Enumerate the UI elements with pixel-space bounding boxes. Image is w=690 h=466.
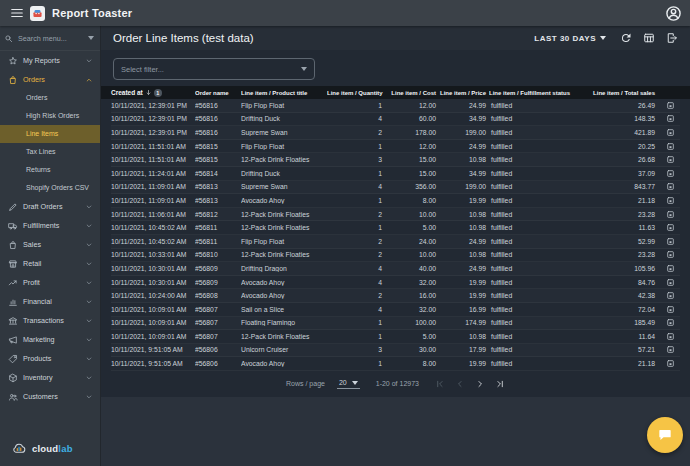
- sidebar-subitem-tax-lines[interactable]: Tax Lines: [0, 143, 100, 161]
- filter-placeholder: Select filter...: [121, 65, 164, 74]
- cell-total-sales: 148.35: [583, 115, 658, 122]
- filter-select[interactable]: Select filter...: [113, 58, 315, 80]
- sidebar-subitem-line-items[interactable]: Line Items: [0, 125, 100, 143]
- people-icon: [8, 392, 18, 402]
- cell-created-at: 10/11/2021, 10:45:02 AM: [111, 238, 195, 245]
- column-header-price[interactable]: Line item / Price: [439, 90, 489, 96]
- table-view-button[interactable]: [643, 32, 655, 44]
- open-record-button[interactable]: [666, 210, 675, 219]
- sidebar-item-fulfillments[interactable]: Fulfillments: [0, 216, 100, 235]
- open-record-button[interactable]: [666, 237, 675, 246]
- sidebar-item-financial[interactable]: Financial: [0, 292, 100, 311]
- open-record-button[interactable]: [666, 264, 675, 273]
- prev-page-button[interactable]: [455, 379, 465, 389]
- open-record-button[interactable]: [666, 142, 675, 151]
- cell-created-at: 10/11/2021, 11:09:01 AM: [111, 197, 195, 204]
- export-button[interactable]: [666, 32, 678, 44]
- column-header-quantity[interactable]: Line item / Quantity: [327, 90, 385, 96]
- cell-quantity: 1: [327, 360, 385, 367]
- sidebar-subitem-high-risk-orders[interactable]: High Risk Orders: [0, 107, 100, 125]
- table-row: 10/11/2021, 10:24:00 AM#56808Avocado Aho…: [111, 289, 680, 303]
- sidebar-item-inventory[interactable]: Inventory: [0, 368, 100, 387]
- open-record-button[interactable]: [666, 332, 675, 341]
- sidebar-subitem-shopify-orders-csv[interactable]: Shopify Orders CSV: [0, 179, 100, 197]
- column-header-product-title[interactable]: Line item / Product title: [241, 90, 327, 96]
- cell-fulfillment-status: fulfilled: [489, 238, 583, 245]
- open-record-button[interactable]: [666, 223, 675, 232]
- sidebar-subitem-orders[interactable]: Orders: [0, 89, 100, 107]
- column-header-total-sales[interactable]: Line item / Total sales: [583, 90, 658, 96]
- open-record-button[interactable]: [666, 182, 675, 191]
- cell-product-title: Flip Flop Float: [241, 238, 327, 245]
- chevron-down-icon: [85, 393, 93, 401]
- cell-product-title: Avocado Ahoy: [241, 279, 327, 286]
- open-record-button[interactable]: [666, 278, 675, 287]
- last-page-button[interactable]: [495, 379, 505, 389]
- first-page-button[interactable]: [435, 379, 445, 389]
- cell-fulfillment-status: fulfilled: [489, 346, 583, 353]
- table-row: 10/11/2021, 10:45:02 AM#56811Flip Flop F…: [111, 235, 680, 249]
- open-record-button[interactable]: [666, 128, 675, 137]
- bank-icon: [8, 316, 18, 326]
- bag-icon: [8, 75, 18, 85]
- open-record-button[interactable]: [666, 359, 675, 368]
- sidebar-item-my-reports[interactable]: My Reports: [0, 51, 100, 70]
- account-icon[interactable]: [665, 5, 682, 22]
- table-row: 10/11/2021, 10:09:01 AM#56807Floating Fl…: [111, 317, 680, 331]
- table-row: 10/11/2021, 12:39:01 PM#56816Drifting Du…: [111, 113, 680, 127]
- refresh-button[interactable]: [620, 32, 632, 44]
- column-label: Created at: [111, 89, 143, 96]
- open-record-button[interactable]: [666, 101, 675, 110]
- search-input[interactable]: [16, 33, 85, 44]
- cell-total-sales: 84.76: [583, 279, 658, 286]
- sidebar-item-sales[interactable]: Sales: [0, 235, 100, 254]
- table-view-icon: [643, 32, 655, 44]
- open-record-button[interactable]: [666, 305, 675, 314]
- chevron-down-icon: [85, 279, 93, 287]
- sidebar-item-customers[interactable]: Customers: [0, 387, 100, 406]
- cell-order-name: #56816: [195, 115, 241, 122]
- column-header-cost[interactable]: Line item / Cost: [385, 90, 439, 96]
- cell-order-name: #56811: [195, 238, 241, 245]
- open-record-button[interactable]: [666, 345, 675, 354]
- open-record-button[interactable]: [666, 169, 675, 178]
- sidebar-search[interactable]: [0, 26, 100, 51]
- cell-quantity: 1: [327, 224, 385, 231]
- rows-per-page-select[interactable]: 20: [337, 378, 360, 389]
- column-header-created-at[interactable]: Created at1: [111, 89, 195, 97]
- sidebar-item-marketing[interactable]: Marketing: [0, 330, 100, 349]
- cell-total-sales: 21.18: [583, 197, 658, 204]
- open-record-button[interactable]: [666, 250, 675, 259]
- chat-fab-button[interactable]: [647, 417, 683, 453]
- column-header-order-name[interactable]: Order name: [195, 90, 241, 96]
- cell-created-at: 10/11/2021, 10:33:01 AM: [111, 251, 195, 258]
- sidebar-item-retail[interactable]: Retail: [0, 254, 100, 273]
- chevron-down-icon: [85, 241, 93, 249]
- sidebar-item-profit[interactable]: Profit: [0, 273, 100, 292]
- sidebar-item-orders[interactable]: Orders: [0, 70, 100, 89]
- date-range-select[interactable]: LAST 30 DAYS: [534, 34, 606, 43]
- open-in-icon: [666, 196, 675, 205]
- open-record-button[interactable]: [666, 114, 675, 123]
- cell-total-sales: 72.04: [583, 306, 658, 313]
- sidebar-item-label: Customers: [23, 392, 58, 401]
- open-record-button[interactable]: [666, 291, 675, 300]
- sidebar-item-transactions[interactable]: Transactions: [0, 311, 100, 330]
- open-record-button[interactable]: [666, 155, 675, 164]
- next-page-button[interactable]: [475, 379, 485, 389]
- column-header-fulfillment-status[interactable]: Line item / Fulfillment status: [489, 90, 583, 96]
- sidebar-item-draft-orders[interactable]: Draft Orders: [0, 197, 100, 216]
- cell-fulfillment-status: fulfilled: [489, 251, 583, 258]
- cell-price: 19.99: [439, 279, 489, 286]
- sidebar-item-products[interactable]: Products: [0, 349, 100, 368]
- cell-total-sales: 37.09: [583, 170, 658, 177]
- sidebar-subitem-returns[interactable]: Returns: [0, 161, 100, 179]
- chevron-up-icon: [85, 76, 93, 84]
- open-in-icon: [666, 114, 675, 123]
- open-record-button[interactable]: [666, 318, 675, 327]
- open-record-button[interactable]: [666, 196, 675, 205]
- cell-order-name: #56813: [195, 197, 241, 204]
- cell-product-title: Flip Flop Float: [241, 102, 327, 109]
- menu-icon[interactable]: [10, 6, 24, 20]
- cell-price: 174.99: [439, 319, 489, 326]
